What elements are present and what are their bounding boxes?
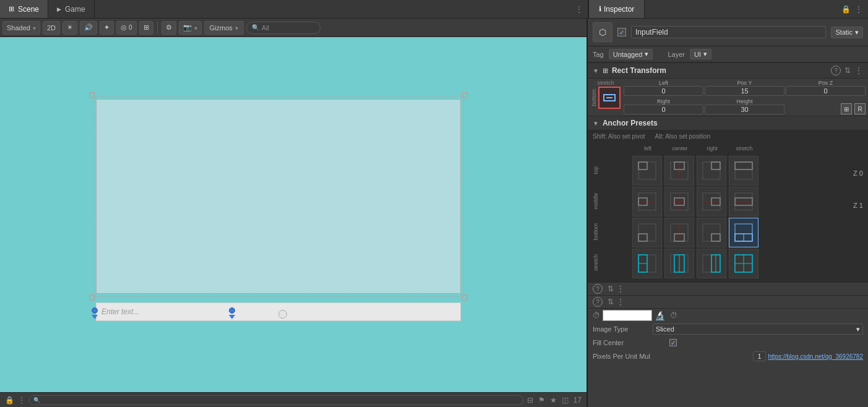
handle-br[interactable] — [462, 294, 468, 301]
hidden-count-btn[interactable]: ◎ 0 — [116, 21, 137, 35]
url-link[interactable]: https://blog.csdn.net/qq_36926782 — [768, 353, 863, 360]
preset-right-bottom[interactable] — [697, 218, 726, 247]
row-label-top-text: top — [593, 166, 599, 174]
anchor-presets-header[interactable]: ▼ Anchor Presets — [588, 116, 868, 131]
preset-left-stretch[interactable] — [632, 249, 662, 278]
clock-icon-bottom: ⏱ — [670, 311, 677, 320]
fill-center-row: Fill Center ✓ — [588, 336, 868, 349]
shift-hint: Shift: Also set pivot — [593, 133, 645, 140]
row-labels-col: top middle bottom stretch — [593, 142, 600, 280]
more-icon-2[interactable]: ⋮ — [616, 297, 625, 307]
gizmos-label: Gizmos — [210, 24, 233, 32]
preset-left-middle[interactable] — [632, 187, 662, 216]
more-icon-1[interactable]: ⋮ — [616, 284, 625, 294]
handle-tl[interactable] — [89, 92, 95, 98]
pixels-value: 1 — [753, 351, 765, 361]
static-dropdown[interactable]: Static ▾ — [831, 27, 863, 38]
star-icon[interactable]: ★ — [550, 396, 557, 405]
active-checkbox[interactable]: ✓ — [617, 28, 626, 36]
pos-z-value[interactable] — [786, 86, 866, 96]
tools-btn[interactable]: ⚙ — [161, 21, 176, 35]
svg-rect-7 — [735, 162, 752, 179]
rect-transform-header[interactable]: ▼ ⊞ Rect Transform ? ⇅ ⋮ — [588, 62, 868, 79]
flag-icon[interactable]: ⚑ — [538, 396, 545, 405]
help-icon-2[interactable]: ? — [593, 297, 603, 307]
scene-tab-options[interactable]: ⋮ — [575, 0, 588, 18]
height-label: Height — [705, 98, 784, 105]
anchor-handle-right[interactable] — [229, 307, 235, 319]
preset-stretch-top[interactable] — [729, 156, 758, 186]
preset-right-middle[interactable] — [697, 187, 726, 216]
audio-btn[interactable]: 🔊 — [80, 21, 97, 35]
preset-center-middle[interactable] — [664, 187, 694, 216]
scroll-handle[interactable] — [278, 310, 287, 319]
inspector-more-icon[interactable]: ⋮ — [854, 4, 863, 14]
preset-center-bottom[interactable] — [664, 218, 694, 247]
shaded-dropdown[interactable]: Shaded — [2, 21, 40, 35]
z1-label: Z 1 — [853, 202, 863, 209]
blue-dot-2 — [229, 307, 235, 314]
layers-icon[interactable]: ⊟ — [527, 396, 533, 405]
light-btn[interactable]: ☀ — [62, 21, 77, 35]
layer-count: 17 — [574, 396, 582, 405]
inspector-lock-icon[interactable]: 🔒 — [841, 5, 851, 14]
rect-settings-icon[interactable]: ⇅ — [844, 66, 851, 75]
rect-r-btn[interactable]: R — [854, 103, 866, 114]
tag-value: Untagged — [613, 51, 643, 58]
image-type-dropdown[interactable]: Sliced ▾ — [653, 323, 863, 335]
anchor-visual[interactable] — [598, 87, 621, 109]
preset-row-stretch — [600, 249, 851, 278]
preset-right-top[interactable] — [697, 156, 726, 186]
layer-count-icon[interactable]: ◫ — [562, 396, 569, 405]
handle-bl[interactable] — [89, 294, 95, 301]
preset-right-stretch[interactable] — [697, 249, 726, 278]
preset-left-top[interactable] — [632, 156, 662, 186]
settings-icon-1[interactable]: ⇅ — [608, 285, 614, 293]
gizmos-btn[interactable]: Gizmos — [204, 21, 244, 35]
preset-row-middle — [600, 187, 851, 216]
fill-center-checkbox[interactable]: ✓ — [669, 339, 677, 346]
eyedropper-icon[interactable]: 🔬 — [655, 311, 665, 320]
inspector-tab-options[interactable]: 🔒 ⋮ — [841, 0, 868, 18]
anchor-handle-left[interactable] — [92, 307, 98, 319]
help-icon-1[interactable]: ? — [593, 284, 603, 294]
preset-stretch-middle[interactable] — [729, 187, 758, 216]
selected-panel[interactable] — [96, 99, 461, 294]
object-name-input[interactable] — [631, 26, 826, 38]
col-header-center: center — [664, 142, 695, 155]
search-box[interactable]: 🔍 All — [246, 22, 320, 34]
svg-rect-23 — [638, 234, 647, 241]
tab-inspector[interactable]: ℹ Inspector — [589, 0, 645, 18]
mode-2d-btn[interactable]: 2D — [43, 21, 60, 35]
right-label: Right — [624, 98, 703, 105]
rect-square-btn[interactable]: ⊞ — [841, 103, 852, 114]
preset-center-stretch[interactable] — [664, 249, 694, 278]
rect-help-icon[interactable]: ? — [831, 66, 841, 75]
right-spacer — [853, 142, 863, 155]
preset-stretch-bottom[interactable] — [729, 218, 758, 247]
grid-btn[interactable]: ⊞ — [139, 21, 153, 35]
color-swatch-box[interactable] — [603, 310, 652, 321]
tab-game[interactable]: ▶ Game — [48, 0, 95, 18]
preset-center-top[interactable] — [664, 156, 694, 186]
scene-more-icon: ⋮ — [575, 5, 583, 14]
handle-tr[interactable] — [462, 92, 468, 98]
options-icon[interactable]: ⋮ — [18, 396, 25, 405]
fx-btn[interactable]: ✦ — [100, 21, 114, 35]
preset-stretch-stretch[interactable] — [729, 249, 758, 278]
camera-btn[interactable]: 📷 — [179, 21, 202, 35]
blue-dot-1 — [92, 307, 98, 314]
height-value[interactable] — [705, 105, 784, 114]
left-value[interactable] — [624, 86, 703, 96]
preset-empty-top-0 — [600, 156, 630, 186]
right-value[interactable] — [624, 105, 703, 114]
settings-icon-2[interactable]: ⇅ — [608, 298, 614, 306]
bottom-search[interactable]: 🔍 — [29, 395, 523, 405]
tag-dropdown[interactable]: Untagged ▾ — [609, 49, 653, 59]
preset-left-bottom[interactable] — [632, 218, 662, 247]
pos-y-value[interactable] — [705, 86, 784, 96]
layer-dropdown[interactable]: UI ▾ — [690, 49, 711, 59]
lock-icon[interactable]: 🔒 — [5, 396, 14, 405]
tab-scene[interactable]: ⊞ Scene — [0, 0, 48, 18]
rect-more-icon[interactable]: ⋮ — [854, 66, 863, 75]
